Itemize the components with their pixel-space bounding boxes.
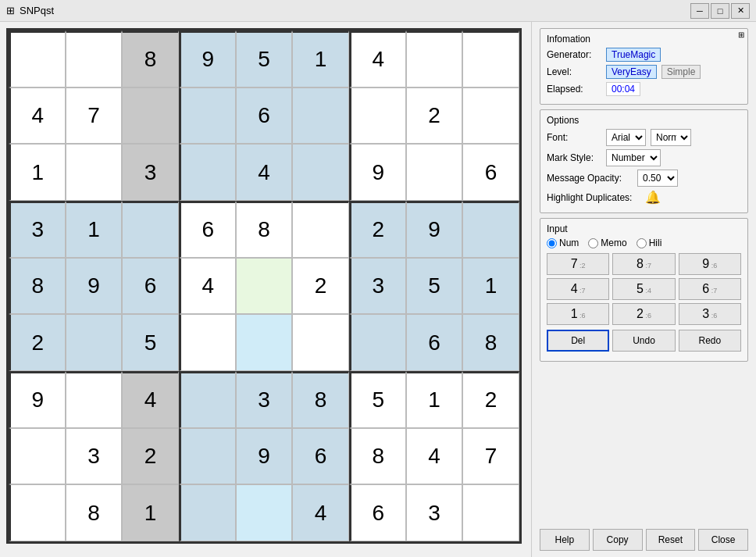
sudoku-cell[interactable]: 4 bbox=[292, 484, 349, 541]
sudoku-cell[interactable]: 5 bbox=[406, 258, 463, 315]
sudoku-cell[interactable]: 8 bbox=[66, 484, 123, 541]
sudoku-cell[interactable]: 8 bbox=[122, 30, 179, 87]
sudoku-cell[interactable]: 9 bbox=[179, 30, 236, 87]
font-size-select[interactable]: Norma bbox=[651, 129, 691, 146]
num-radio[interactable] bbox=[547, 238, 557, 248]
sudoku-cell[interactable]: 6 bbox=[349, 484, 406, 541]
sudoku-cell[interactable]: 1 bbox=[462, 258, 519, 315]
num-btn-7[interactable]: 7 :2 bbox=[547, 253, 609, 275]
sudoku-cell[interactable]: 5 bbox=[122, 314, 179, 371]
sudoku-cell[interactable] bbox=[179, 428, 236, 485]
minimize-button[interactable]: ─ bbox=[690, 3, 709, 19]
sudoku-cell[interactable]: 1 bbox=[122, 484, 179, 541]
sudoku-cell[interactable]: 2 bbox=[9, 314, 66, 371]
sudoku-cell[interactable]: 2 bbox=[349, 201, 406, 258]
sudoku-cell[interactable]: 9 bbox=[9, 371, 66, 428]
sudoku-cell[interactable] bbox=[122, 87, 179, 145]
sudoku-cell[interactable]: 3 bbox=[122, 144, 179, 201]
sudoku-cell[interactable] bbox=[9, 484, 66, 541]
level-veryeasy-button[interactable]: VeryEasy bbox=[606, 65, 657, 79]
memo-mode-option[interactable]: Memo bbox=[588, 237, 626, 248]
sudoku-cell[interactable]: 9 bbox=[66, 258, 123, 315]
num-btn-6[interactable]: 6 :7 bbox=[679, 278, 741, 300]
sudoku-cell[interactable]: 7 bbox=[66, 87, 123, 145]
sudoku-cell[interactable] bbox=[66, 144, 123, 201]
sudoku-cell[interactable]: 6 bbox=[236, 87, 293, 145]
sudoku-cell[interactable]: 6 bbox=[462, 144, 519, 201]
sudoku-cell[interactable]: 6 bbox=[179, 201, 236, 258]
num-btn-5[interactable]: 5 :4 bbox=[612, 278, 675, 300]
sudoku-cell[interactable]: 4 bbox=[9, 87, 66, 145]
sudoku-cell[interactable] bbox=[236, 484, 293, 541]
sudoku-cell[interactable] bbox=[349, 87, 406, 145]
sudoku-cell[interactable]: 1 bbox=[292, 30, 349, 87]
copy-button[interactable]: Copy bbox=[593, 529, 643, 551]
sudoku-cell[interactable]: 4 bbox=[122, 371, 179, 428]
memo-radio[interactable] bbox=[588, 238, 598, 248]
sudoku-cell[interactable]: 1 bbox=[406, 371, 463, 428]
sudoku-cell[interactable]: 7 bbox=[462, 428, 519, 485]
undo-button[interactable]: Undo bbox=[612, 330, 675, 352]
num-btn-1[interactable]: 1 :6 bbox=[547, 303, 609, 325]
sudoku-cell[interactable] bbox=[236, 258, 293, 315]
num-btn-8[interactable]: 8 :7 bbox=[612, 253, 675, 275]
sudoku-cell[interactable]: 5 bbox=[236, 30, 293, 87]
sudoku-cell[interactable]: 2 bbox=[292, 258, 349, 315]
sudoku-cell[interactable]: 4 bbox=[349, 30, 406, 87]
mark-style-select[interactable]: Number bbox=[606, 149, 661, 166]
sudoku-cell[interactable] bbox=[406, 30, 463, 87]
sudoku-cell[interactable] bbox=[9, 30, 66, 87]
sudoku-cell[interactable]: 1 bbox=[9, 144, 66, 201]
sudoku-cell[interactable] bbox=[179, 144, 236, 201]
sudoku-cell[interactable] bbox=[66, 371, 123, 428]
sudoku-cell[interactable]: 4 bbox=[179, 258, 236, 315]
sudoku-cell[interactable]: 2 bbox=[462, 371, 519, 428]
sudoku-cell[interactable]: 3 bbox=[236, 371, 293, 428]
sudoku-cell[interactable] bbox=[292, 314, 349, 371]
opacity-select[interactable]: 0.50 bbox=[637, 170, 678, 187]
sudoku-cell[interactable]: 8 bbox=[349, 428, 406, 485]
sudoku-cell[interactable]: 3 bbox=[66, 428, 123, 485]
expand-icon[interactable]: ⊞ bbox=[738, 30, 744, 39]
del-button[interactable]: Del bbox=[547, 330, 609, 352]
sudoku-cell[interactable]: 5 bbox=[349, 371, 406, 428]
sudoku-cell[interactable] bbox=[292, 87, 349, 145]
generator-button[interactable]: TrueMagic bbox=[606, 48, 661, 62]
sudoku-cell[interactable] bbox=[292, 201, 349, 258]
sudoku-cell[interactable] bbox=[462, 30, 519, 87]
redo-button[interactable]: Redo bbox=[679, 330, 741, 352]
reset-button[interactable]: Reset bbox=[646, 529, 696, 551]
sudoku-cell[interactable] bbox=[179, 484, 236, 541]
sudoku-cell[interactable] bbox=[462, 87, 519, 145]
sudoku-cell[interactable] bbox=[179, 371, 236, 428]
sudoku-cell[interactable]: 1 bbox=[66, 201, 123, 258]
sudoku-cell[interactable] bbox=[406, 144, 463, 201]
sudoku-cell[interactable] bbox=[462, 484, 519, 541]
sudoku-cell[interactable]: 9 bbox=[406, 201, 463, 258]
sudoku-cell[interactable]: 9 bbox=[236, 428, 293, 485]
num-btn-2[interactable]: 2 :6 bbox=[612, 303, 675, 325]
sudoku-cell[interactable] bbox=[349, 314, 406, 371]
sudoku-cell[interactable]: 6 bbox=[122, 258, 179, 315]
sudoku-cell[interactable]: 8 bbox=[462, 314, 519, 371]
sudoku-cell[interactable]: 4 bbox=[406, 428, 463, 485]
sudoku-cell[interactable]: 2 bbox=[122, 428, 179, 485]
sudoku-cell[interactable] bbox=[179, 87, 236, 145]
num-mode-option[interactable]: Num bbox=[547, 237, 579, 248]
num-btn-3[interactable]: 3 :6 bbox=[679, 303, 741, 325]
sudoku-cell[interactable] bbox=[179, 314, 236, 371]
sudoku-cell[interactable]: 3 bbox=[406, 484, 463, 541]
sudoku-cell[interactable]: 4 bbox=[236, 144, 293, 201]
hili-mode-option[interactable]: Hili bbox=[637, 237, 662, 248]
sudoku-cell[interactable]: 8 bbox=[292, 371, 349, 428]
help-button[interactable]: Help bbox=[540, 529, 590, 551]
sudoku-cell[interactable] bbox=[462, 201, 519, 258]
num-btn-4[interactable]: 4 :7 bbox=[547, 278, 609, 300]
close-button[interactable]: ✕ bbox=[731, 3, 750, 19]
font-select[interactable]: Arial bbox=[606, 129, 646, 146]
sudoku-cell[interactable]: 3 bbox=[349, 258, 406, 315]
sudoku-cell[interactable] bbox=[122, 201, 179, 258]
maximize-button[interactable]: □ bbox=[711, 3, 729, 19]
sudoku-cell[interactable] bbox=[66, 30, 123, 87]
sudoku-cell[interactable]: 3 bbox=[9, 201, 66, 258]
